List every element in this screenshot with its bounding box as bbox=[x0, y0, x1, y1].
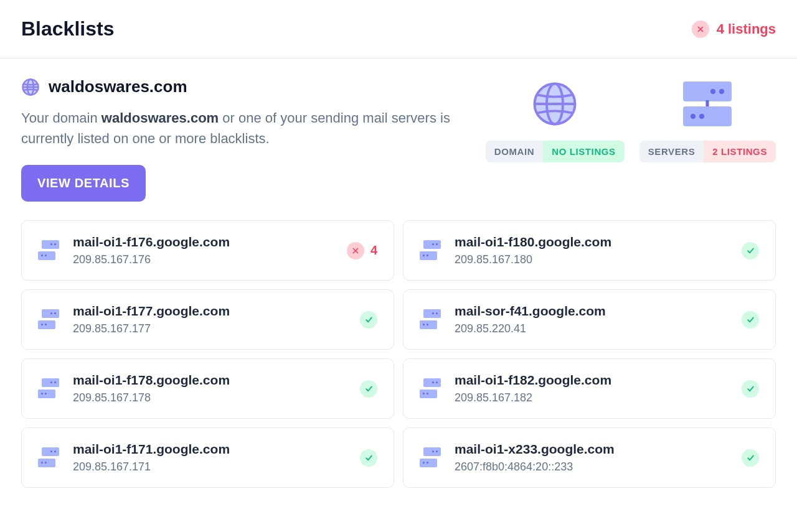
stat-servers-pill: SERVERS 2 LISTINGS bbox=[639, 141, 776, 162]
server-host: mail-oi1-f176.google.com bbox=[73, 235, 333, 250]
server-ip: 209.85.167.171 bbox=[73, 460, 346, 474]
server-info: mail-oi1-f178.google.com209.85.167.178 bbox=[73, 373, 346, 404]
server-info: mail-oi1-f180.google.com209.85.167.180 bbox=[455, 235, 728, 266]
content: waldoswares.com Your domain waldoswares.… bbox=[0, 58, 797, 488]
server-icon bbox=[38, 378, 59, 399]
server-ip: 209.85.167.182 bbox=[455, 391, 728, 404]
check-icon bbox=[360, 380, 377, 398]
listings-badge: 4 listings bbox=[692, 21, 776, 38]
globe-icon bbox=[531, 80, 579, 128]
server-status bbox=[360, 380, 377, 398]
listings-count: 4 listings bbox=[717, 21, 776, 37]
x-icon bbox=[692, 21, 709, 38]
stat-domain-value: NO LISTINGS bbox=[543, 141, 624, 162]
server-ip: 209.85.167.177 bbox=[73, 322, 346, 335]
server-info: mail-oi1-x233.google.com2607:f8b0:4864:2… bbox=[455, 442, 728, 474]
server-status bbox=[742, 242, 759, 259]
server-icon bbox=[420, 447, 441, 469]
domain-name: waldoswares.com bbox=[49, 77, 187, 96]
server-status bbox=[742, 449, 759, 467]
domain-summary: waldoswares.com Your domain waldoswares.… bbox=[21, 77, 776, 202]
desc-prefix: Your domain bbox=[21, 110, 101, 126]
server-card[interactable]: mail-sor-f41.google.com209.85.220.41 bbox=[403, 289, 776, 350]
view-details-button[interactable]: VIEW DETAILS bbox=[21, 165, 146, 202]
x-icon bbox=[347, 242, 364, 259]
server-ip: 209.85.167.178 bbox=[73, 391, 346, 404]
check-icon bbox=[360, 311, 377, 329]
check-icon bbox=[742, 311, 759, 329]
server-host: mail-sor-f41.google.com bbox=[455, 304, 728, 319]
server-card[interactable]: mail-oi1-f176.google.com209.85.167.1764 bbox=[21, 220, 394, 281]
server-card[interactable]: mail-oi1-f171.google.com209.85.167.171 bbox=[21, 427, 394, 488]
server-host: mail-oi1-f177.google.com bbox=[73, 304, 346, 319]
server-status bbox=[360, 311, 377, 329]
desc-bold: waldoswares.com bbox=[101, 110, 219, 126]
server-card[interactable]: mail-oi1-f177.google.com209.85.167.177 bbox=[21, 289, 394, 350]
stat-domain-pill: DOMAIN NO LISTINGS bbox=[486, 141, 625, 162]
server-host: mail-oi1-f180.google.com bbox=[455, 235, 728, 250]
server-card[interactable]: mail-oi1-f178.google.com209.85.167.178 bbox=[21, 358, 394, 419]
server-icon bbox=[420, 309, 441, 330]
stat-servers-label: SERVERS bbox=[639, 141, 704, 162]
server-icon bbox=[420, 378, 441, 399]
server-ip: 209.85.167.180 bbox=[455, 253, 728, 266]
server-card[interactable]: mail-oi1-f182.google.com209.85.167.182 bbox=[403, 358, 776, 419]
server-icon bbox=[420, 240, 441, 261]
server-ip: 209.85.220.41 bbox=[455, 322, 728, 335]
check-icon bbox=[742, 242, 759, 259]
server-info: mail-oi1-f176.google.com209.85.167.176 bbox=[73, 235, 333, 266]
stat-servers-value: 2 LISTINGS bbox=[704, 141, 776, 162]
stat-group: DOMAIN NO LISTINGS SERVERS 2 LISTINGS bbox=[486, 80, 776, 162]
check-icon bbox=[360, 449, 377, 467]
stat-domain: DOMAIN NO LISTINGS bbox=[486, 80, 625, 162]
server-info: mail-oi1-f171.google.com209.85.167.171 bbox=[73, 442, 346, 474]
server-host: mail-oi1-f178.google.com bbox=[73, 373, 346, 388]
check-icon bbox=[742, 449, 759, 467]
server-host: mail-oi1-x233.google.com bbox=[455, 442, 728, 457]
server-icon bbox=[38, 447, 59, 469]
server-host: mail-oi1-f182.google.com bbox=[455, 373, 728, 388]
page-header: Blacklists 4 listings bbox=[0, 0, 797, 58]
stat-servers: SERVERS 2 LISTINGS bbox=[639, 80, 776, 162]
server-info: mail-sor-f41.google.com209.85.220.41 bbox=[455, 304, 728, 335]
domain-title-row: waldoswares.com bbox=[21, 77, 469, 96]
server-icon bbox=[683, 80, 732, 128]
server-ip: 2607:f8b0:4864:20::233 bbox=[455, 460, 728, 474]
listing-count: 4 bbox=[370, 243, 377, 258]
server-status bbox=[742, 380, 759, 398]
servers-grid: mail-oi1-f176.google.com209.85.167.1764m… bbox=[21, 220, 776, 488]
server-card[interactable]: mail-oi1-x233.google.com2607:f8b0:4864:2… bbox=[403, 427, 776, 488]
server-icon bbox=[38, 309, 59, 330]
page-title: Blacklists bbox=[21, 17, 114, 40]
server-status bbox=[360, 449, 377, 467]
domain-description: Your domain waldoswares.com or one of yo… bbox=[21, 108, 469, 149]
globe-icon bbox=[21, 78, 40, 96]
server-status bbox=[742, 311, 759, 329]
check-icon bbox=[742, 380, 759, 398]
server-ip: 209.85.167.176 bbox=[73, 253, 333, 266]
server-info: mail-oi1-f182.google.com209.85.167.182 bbox=[455, 373, 728, 404]
server-status: 4 bbox=[347, 242, 377, 259]
server-host: mail-oi1-f171.google.com bbox=[73, 442, 346, 457]
domain-info: waldoswares.com Your domain waldoswares.… bbox=[21, 77, 469, 202]
server-info: mail-oi1-f177.google.com209.85.167.177 bbox=[73, 304, 346, 335]
server-icon bbox=[38, 240, 59, 261]
stat-domain-label: DOMAIN bbox=[486, 141, 543, 162]
server-card[interactable]: mail-oi1-f180.google.com209.85.167.180 bbox=[403, 220, 776, 281]
